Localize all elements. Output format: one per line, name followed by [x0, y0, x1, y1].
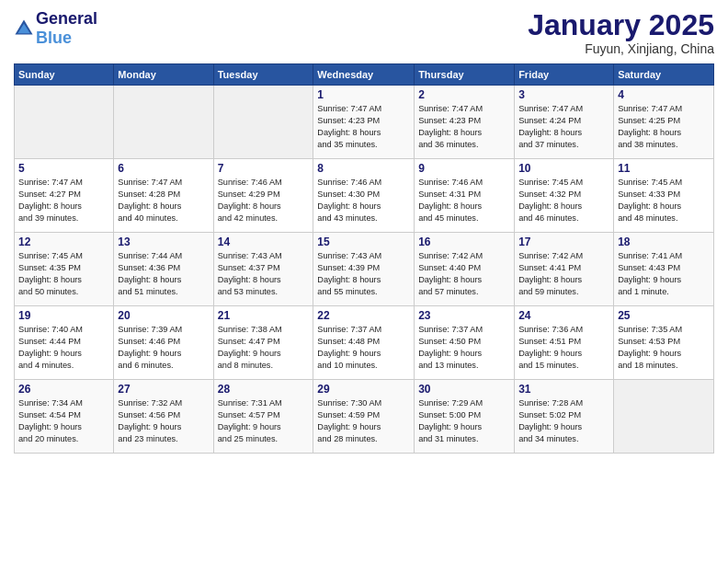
- calendar-cell: 5Sunrise: 7:47 AM Sunset: 4:27 PM Daylig…: [15, 159, 114, 233]
- calendar-cell: 17Sunrise: 7:42 AM Sunset: 4:41 PM Dayli…: [515, 233, 614, 306]
- day-info: Sunrise: 7:45 AM Sunset: 4:35 PM Dayligh…: [18, 250, 109, 298]
- calendar-cell: 22Sunrise: 7:37 AM Sunset: 4:48 PM Dayli…: [313, 306, 415, 380]
- day-number: 6: [118, 162, 209, 175]
- day-number: 3: [518, 88, 609, 101]
- title-block: January 2025 Fuyun, Xinjiang, China: [528, 9, 714, 56]
- calendar-cell: 8Sunrise: 7:46 AM Sunset: 4:30 PM Daylig…: [313, 159, 415, 233]
- day-info: Sunrise: 7:47 AM Sunset: 4:23 PM Dayligh…: [418, 103, 510, 151]
- month-title: January 2025: [528, 9, 714, 41]
- day-number: 29: [317, 383, 410, 396]
- calendar-cell: 25Sunrise: 7:35 AM Sunset: 4:53 PM Dayli…: [614, 306, 714, 380]
- day-number: 8: [317, 162, 410, 175]
- calendar-cell: 1Sunrise: 7:47 AM Sunset: 4:23 PM Daylig…: [313, 86, 415, 159]
- calendar-cell: 31Sunrise: 7:28 AM Sunset: 5:02 PM Dayli…: [515, 380, 614, 454]
- weekday-header: Thursday: [415, 64, 515, 86]
- day-number: 17: [518, 236, 609, 248]
- weekday-header: Sunday: [15, 64, 114, 86]
- weekday-header: Tuesday: [213, 64, 313, 86]
- calendar-cell: 29Sunrise: 7:30 AM Sunset: 4:59 PM Dayli…: [313, 380, 415, 454]
- calendar-cell: 9Sunrise: 7:46 AM Sunset: 4:31 PM Daylig…: [415, 159, 515, 233]
- calendar-cell: 13Sunrise: 7:44 AM Sunset: 4:36 PM Dayli…: [114, 233, 213, 306]
- calendar-week: 5Sunrise: 7:47 AM Sunset: 4:27 PM Daylig…: [15, 159, 714, 233]
- calendar-cell: 11Sunrise: 7:45 AM Sunset: 4:33 PM Dayli…: [614, 159, 714, 233]
- location: Fuyun, Xinjiang, China: [528, 41, 714, 56]
- day-info: Sunrise: 7:32 AM Sunset: 4:56 PM Dayligh…: [118, 397, 209, 445]
- day-info: Sunrise: 7:31 AM Sunset: 4:57 PM Dayligh…: [218, 397, 310, 445]
- day-number: 16: [418, 236, 510, 248]
- calendar-cell: 30Sunrise: 7:29 AM Sunset: 5:00 PM Dayli…: [415, 380, 515, 454]
- calendar-cell: 24Sunrise: 7:36 AM Sunset: 4:51 PM Dayli…: [515, 306, 614, 380]
- calendar-cell: 4Sunrise: 7:47 AM Sunset: 4:25 PM Daylig…: [614, 86, 714, 159]
- logo-text: General Blue: [36, 9, 97, 48]
- calendar-week: 1Sunrise: 7:47 AM Sunset: 4:23 PM Daylig…: [15, 86, 714, 159]
- day-number: 20: [118, 309, 209, 322]
- calendar-cell: 28Sunrise: 7:31 AM Sunset: 4:57 PM Dayli…: [213, 380, 313, 454]
- day-number: 19: [18, 309, 109, 322]
- day-number: 12: [18, 236, 109, 248]
- weekday-header: Wednesday: [313, 64, 415, 86]
- weekday-row: SundayMondayTuesdayWednesdayThursdayFrid…: [15, 64, 714, 86]
- calendar-cell: 18Sunrise: 7:41 AM Sunset: 4:43 PM Dayli…: [614, 233, 714, 306]
- calendar-cell: [614, 380, 714, 454]
- weekday-header: Monday: [114, 64, 213, 86]
- calendar-week: 26Sunrise: 7:34 AM Sunset: 4:54 PM Dayli…: [15, 380, 714, 454]
- calendar-cell: 23Sunrise: 7:37 AM Sunset: 4:50 PM Dayli…: [415, 306, 515, 380]
- day-info: Sunrise: 7:41 AM Sunset: 4:43 PM Dayligh…: [618, 250, 710, 298]
- day-number: 26: [18, 383, 109, 396]
- day-number: 11: [618, 162, 710, 175]
- weekday-header: Saturday: [614, 64, 714, 86]
- calendar-cell: 16Sunrise: 7:42 AM Sunset: 4:40 PM Dayli…: [415, 233, 515, 306]
- day-number: 28: [218, 383, 310, 396]
- calendar-cell: 2Sunrise: 7:47 AM Sunset: 4:23 PM Daylig…: [415, 86, 515, 159]
- day-number: 25: [618, 309, 710, 322]
- day-info: Sunrise: 7:37 AM Sunset: 4:50 PM Dayligh…: [418, 324, 510, 372]
- day-number: 18: [618, 236, 710, 248]
- calendar-cell: 3Sunrise: 7:47 AM Sunset: 4:24 PM Daylig…: [515, 86, 614, 159]
- day-info: Sunrise: 7:39 AM Sunset: 4:46 PM Dayligh…: [118, 324, 209, 372]
- day-info: Sunrise: 7:36 AM Sunset: 4:51 PM Dayligh…: [518, 324, 609, 372]
- day-number: 13: [118, 236, 209, 248]
- day-number: 7: [218, 162, 310, 175]
- logo: General Blue: [14, 9, 97, 48]
- day-info: Sunrise: 7:47 AM Sunset: 4:23 PM Dayligh…: [317, 103, 410, 151]
- calendar-cell: 21Sunrise: 7:38 AM Sunset: 4:47 PM Dayli…: [213, 306, 313, 380]
- calendar-cell: 26Sunrise: 7:34 AM Sunset: 4:54 PM Dayli…: [15, 380, 114, 454]
- day-info: Sunrise: 7:43 AM Sunset: 4:39 PM Dayligh…: [317, 250, 410, 298]
- day-info: Sunrise: 7:47 AM Sunset: 4:28 PM Dayligh…: [118, 177, 209, 224]
- day-info: Sunrise: 7:29 AM Sunset: 5:00 PM Dayligh…: [418, 397, 510, 445]
- day-number: 9: [418, 162, 510, 175]
- day-info: Sunrise: 7:46 AM Sunset: 4:31 PM Dayligh…: [418, 177, 510, 224]
- calendar-cell: 6Sunrise: 7:47 AM Sunset: 4:28 PM Daylig…: [114, 159, 213, 233]
- day-number: 15: [317, 236, 410, 248]
- day-number: 1: [317, 88, 410, 101]
- calendar-cell: [213, 86, 313, 159]
- day-number: 14: [218, 236, 310, 248]
- day-info: Sunrise: 7:44 AM Sunset: 4:36 PM Dayligh…: [118, 250, 209, 298]
- page-header: General Blue January 2025 Fuyun, Xinjian…: [14, 9, 714, 56]
- calendar-header: SundayMondayTuesdayWednesdayThursdayFrid…: [15, 64, 714, 86]
- calendar-cell: [15, 86, 114, 159]
- day-number: 4: [618, 88, 710, 101]
- day-info: Sunrise: 7:30 AM Sunset: 4:59 PM Dayligh…: [317, 397, 410, 445]
- day-info: Sunrise: 7:42 AM Sunset: 4:41 PM Dayligh…: [518, 250, 609, 298]
- weekday-header: Friday: [515, 64, 614, 86]
- calendar-cell: 20Sunrise: 7:39 AM Sunset: 4:46 PM Dayli…: [114, 306, 213, 380]
- day-number: 21: [218, 309, 310, 322]
- calendar-cell: [114, 86, 213, 159]
- day-number: 24: [518, 309, 609, 322]
- calendar-cell: 19Sunrise: 7:40 AM Sunset: 4:44 PM Dayli…: [15, 306, 114, 380]
- day-number: 22: [317, 309, 410, 322]
- calendar-cell: 10Sunrise: 7:45 AM Sunset: 4:32 PM Dayli…: [515, 159, 614, 233]
- day-number: 2: [418, 88, 510, 101]
- day-info: Sunrise: 7:47 AM Sunset: 4:24 PM Dayligh…: [518, 103, 609, 151]
- day-info: Sunrise: 7:47 AM Sunset: 4:25 PM Dayligh…: [618, 103, 710, 151]
- day-info: Sunrise: 7:35 AM Sunset: 4:53 PM Dayligh…: [618, 324, 710, 372]
- calendar-cell: 12Sunrise: 7:45 AM Sunset: 4:35 PM Dayli…: [15, 233, 114, 306]
- day-info: Sunrise: 7:43 AM Sunset: 4:37 PM Dayligh…: [218, 250, 310, 298]
- day-info: Sunrise: 7:37 AM Sunset: 4:48 PM Dayligh…: [317, 324, 410, 372]
- day-number: 5: [18, 162, 109, 175]
- day-info: Sunrise: 7:38 AM Sunset: 4:47 PM Dayligh…: [218, 324, 310, 372]
- calendar-week: 19Sunrise: 7:40 AM Sunset: 4:44 PM Dayli…: [15, 306, 714, 380]
- day-number: 30: [418, 383, 510, 396]
- day-number: 23: [418, 309, 510, 322]
